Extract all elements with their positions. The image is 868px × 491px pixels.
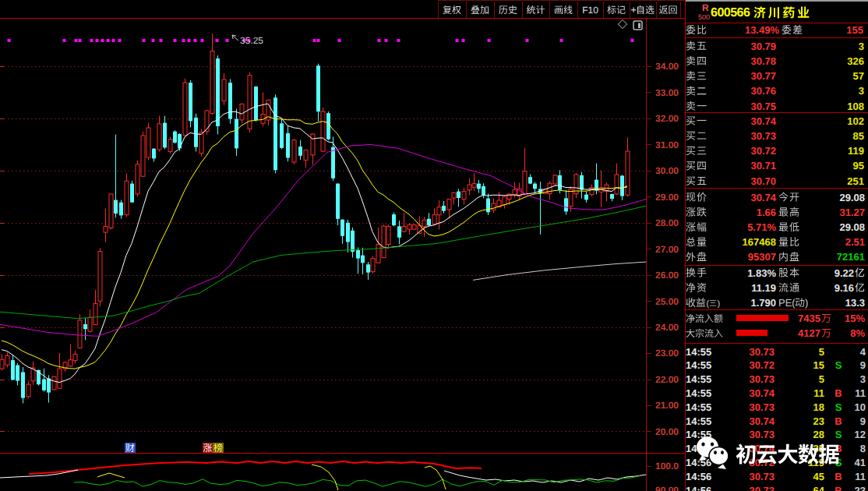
svg-text:251: 251 <box>847 175 864 187</box>
svg-text:23.00: 23.00 <box>655 348 679 359</box>
svg-text:4: 4 <box>860 346 866 358</box>
svg-text:): ) <box>805 297 808 309</box>
svg-text:30.74: 30.74 <box>750 192 776 203</box>
svg-text:30.71: 30.71 <box>750 160 776 171</box>
svg-text:14:55: 14:55 <box>686 415 711 427</box>
svg-text:30.73: 30.73 <box>749 401 774 413</box>
svg-text:29.08: 29.08 <box>839 192 865 203</box>
svg-text:30.73: 30.73 <box>749 471 774 482</box>
svg-text:1.66: 1.66 <box>757 207 776 218</box>
svg-text:30.76: 30.76 <box>750 85 776 97</box>
svg-text:102: 102 <box>847 115 864 127</box>
svg-text:7435: 7435 <box>798 313 820 324</box>
svg-text:2.51: 2.51 <box>845 236 865 248</box>
svg-text:8: 8 <box>860 443 866 454</box>
svg-text:85: 85 <box>853 130 864 142</box>
svg-text:12: 12 <box>855 429 866 440</box>
svg-text:72161: 72161 <box>837 251 865 263</box>
svg-text:14:55: 14:55 <box>686 359 711 371</box>
svg-text:15: 15 <box>813 359 824 371</box>
svg-text:15%: 15% <box>845 313 865 324</box>
svg-text:9.22: 9.22 <box>834 267 854 279</box>
svg-text:119: 119 <box>848 145 864 157</box>
svg-text:13.49%: 13.49% <box>745 24 780 36</box>
svg-text:(: ( <box>707 299 710 309</box>
svg-text:30.77: 30.77 <box>750 70 776 82</box>
svg-text:90.00: 90.00 <box>655 485 679 491</box>
svg-text:5: 5 <box>819 373 824 385</box>
svg-text:S: S <box>835 401 842 413</box>
svg-text:33.00: 33.00 <box>655 87 679 98</box>
svg-text:14:55: 14:55 <box>686 387 711 399</box>
svg-text:3: 3 <box>859 85 864 97</box>
svg-text:5: 5 <box>819 346 824 358</box>
svg-text:21.00: 21.00 <box>655 400 679 411</box>
svg-text:20.00: 20.00 <box>655 426 679 437</box>
svg-text:25.00: 25.00 <box>655 296 679 307</box>
svg-text:31.27: 31.27 <box>839 207 865 218</box>
svg-text:30.70: 30.70 <box>750 175 776 187</box>
svg-text:14:55: 14:55 <box>686 401 711 413</box>
svg-text:F10: F10 <box>582 5 598 16</box>
svg-text:B: B <box>834 415 842 427</box>
svg-text:30.74: 30.74 <box>750 115 776 127</box>
svg-text:30.73: 30.73 <box>749 429 774 440</box>
svg-text:155: 155 <box>846 24 863 36</box>
svg-text:30.00: 30.00 <box>655 165 679 176</box>
svg-text:500: 500 <box>698 13 710 21</box>
svg-text:PE(: PE( <box>778 297 796 309</box>
svg-text:30.73: 30.73 <box>749 485 774 491</box>
svg-text:326: 326 <box>847 55 864 67</box>
svg-text:31.00: 31.00 <box>655 140 679 150</box>
svg-text:95: 95 <box>853 160 864 171</box>
svg-text:11.19: 11.19 <box>751 282 776 294</box>
svg-text:9: 9 <box>860 359 866 371</box>
svg-text:30.74: 30.74 <box>749 387 774 399</box>
svg-text:57: 57 <box>853 70 864 82</box>
svg-text:S: S <box>835 429 842 440</box>
svg-text:10: 10 <box>855 401 866 413</box>
svg-text:1.83%: 1.83% <box>747 267 776 279</box>
svg-text:24.00: 24.00 <box>655 322 679 333</box>
svg-text:30.74: 30.74 <box>749 415 774 427</box>
svg-text:3: 3 <box>859 41 864 52</box>
svg-text:8%: 8% <box>850 327 865 339</box>
svg-text:23: 23 <box>813 415 824 427</box>
svg-text:4127: 4127 <box>798 327 820 339</box>
svg-text:R: R <box>702 2 709 13</box>
svg-text:41: 41 <box>855 457 866 468</box>
svg-text:45: 45 <box>813 471 824 482</box>
svg-text:30.79: 30.79 <box>750 41 776 52</box>
svg-text:5.71%: 5.71% <box>747 221 776 233</box>
svg-text:64: 64 <box>813 485 825 491</box>
svg-text:34.00: 34.00 <box>655 61 679 72</box>
svg-text:108: 108 <box>847 101 864 112</box>
svg-text:14:56: 14:56 <box>686 457 711 468</box>
svg-text:11: 11 <box>855 471 866 482</box>
svg-text:+: + <box>630 4 637 16</box>
svg-text:14:55: 14:55 <box>686 346 711 358</box>
svg-text:23: 23 <box>855 485 866 491</box>
svg-text:30.72: 30.72 <box>749 359 774 371</box>
svg-text:30.75: 30.75 <box>750 101 776 112</box>
svg-text:30.78: 30.78 <box>750 55 776 67</box>
svg-text:): ) <box>718 299 721 309</box>
svg-text:35.25: 35.25 <box>240 35 263 46</box>
svg-text:29.00: 29.00 <box>655 192 679 203</box>
svg-text:22.00: 22.00 <box>655 374 679 385</box>
svg-text:30.73: 30.73 <box>749 373 774 385</box>
svg-text:30.73: 30.73 <box>749 346 774 358</box>
svg-text:600566: 600566 <box>711 6 750 19</box>
svg-text:1.790: 1.790 <box>750 297 776 309</box>
svg-text:26.00: 26.00 <box>655 270 679 281</box>
svg-text:B: B <box>834 485 842 491</box>
svg-text:18: 18 <box>813 401 824 413</box>
svg-text:14:56: 14:56 <box>686 485 711 491</box>
svg-text:30.73: 30.73 <box>750 130 776 142</box>
svg-text:27.00: 27.00 <box>655 244 679 255</box>
svg-text:11: 11 <box>813 387 824 399</box>
svg-text:167468: 167468 <box>743 236 776 248</box>
svg-text:11: 11 <box>855 387 866 399</box>
svg-text:3: 3 <box>860 373 866 385</box>
svg-text:B: B <box>834 387 842 399</box>
